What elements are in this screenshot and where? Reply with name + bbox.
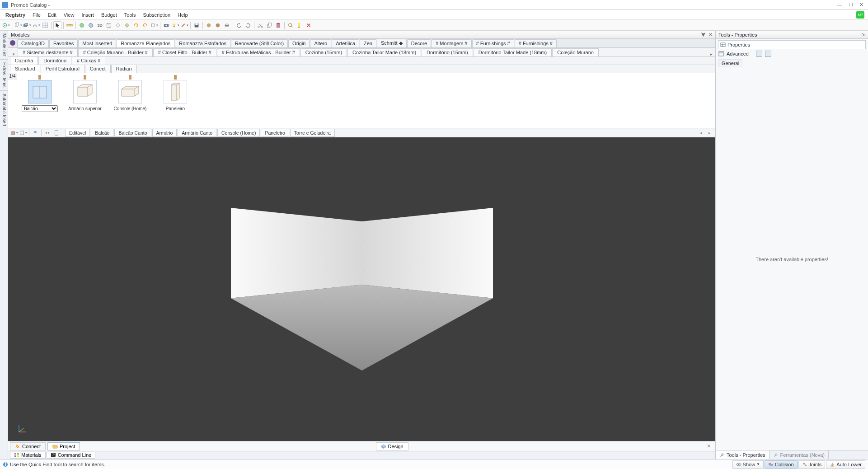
type-tool1-icon[interactable] bbox=[10, 129, 18, 137]
tool-sphere1-icon[interactable] bbox=[78, 21, 86, 29]
tab-paneleiro[interactable]: Paneleiro bbox=[261, 129, 289, 137]
tab-dormitorio[interactable]: Dormitório bbox=[38, 57, 71, 65]
tool-sphere2-icon[interactable] bbox=[87, 21, 95, 29]
tool-grid-icon[interactable] bbox=[41, 21, 49, 29]
collection-scroll-left-icon[interactable]: ▾ bbox=[10, 52, 18, 56]
tool-copy-icon[interactable] bbox=[14, 21, 22, 29]
tool-rotate-icon[interactable] bbox=[132, 21, 140, 29]
advanced-label[interactable]: Advanced bbox=[727, 51, 749, 56]
drag-handle-icon[interactable] bbox=[84, 75, 86, 80]
tool-view2-icon[interactable] bbox=[123, 21, 131, 29]
menu-tools[interactable]: Tools bbox=[121, 11, 140, 19]
tool-pointer-icon[interactable] bbox=[53, 21, 61, 29]
vtab-extras-items[interactable]: Extras Items bbox=[0, 60, 8, 91]
badge-m2[interactable]: M² bbox=[856, 11, 864, 19]
3d-viewport[interactable] bbox=[8, 137, 715, 441]
show-dropdown[interactable]: Show ▼ bbox=[732, 460, 764, 469]
tab-balcao[interactable]: Balcão bbox=[91, 129, 113, 137]
tool-render2-icon[interactable] bbox=[214, 21, 222, 29]
tool-render1-icon[interactable] bbox=[205, 21, 213, 29]
tool-wireframe-icon[interactable] bbox=[105, 21, 113, 29]
viewport-close-icon[interactable]: ✕ bbox=[704, 443, 713, 449]
menu-view[interactable]: View bbox=[60, 11, 78, 19]
type-scroll-left-icon[interactable]: ◂ bbox=[697, 131, 705, 135]
type-tool2-icon[interactable] bbox=[19, 129, 27, 137]
auto-lower-button[interactable]: Auto Lower bbox=[826, 460, 865, 469]
tab-connect[interactable]: Connect bbox=[10, 442, 46, 450]
tab-dormitorio-15[interactable]: Dormitório (15mm) bbox=[422, 48, 473, 56]
drag-handle-icon[interactable] bbox=[174, 75, 177, 80]
module-item-console[interactable]: Console (Home) bbox=[112, 75, 148, 126]
tab-murano-builder[interactable]: # Coleção Murano - Builder # bbox=[78, 48, 153, 56]
tab-command-line[interactable]: >_ Command Line bbox=[47, 452, 96, 459]
tab-armario[interactable]: Armário bbox=[152, 129, 177, 137]
collection-scroll-right-icon[interactable]: ▸ bbox=[708, 52, 715, 56]
tool-delete-icon[interactable] bbox=[305, 21, 313, 29]
tool-redo-icon[interactable] bbox=[244, 21, 252, 29]
drag-handle-icon[interactable] bbox=[129, 75, 131, 80]
tab-furnishings-1[interactable]: # Furnishings # bbox=[472, 39, 514, 47]
tool-search-icon[interactable] bbox=[286, 21, 295, 29]
module-item-paneleiro[interactable]: Paneleiro bbox=[157, 75, 193, 126]
tool-style-icon[interactable] bbox=[180, 21, 188, 29]
menu-subscription[interactable]: Subscription bbox=[139, 11, 174, 19]
tab-romanzza-estofados[interactable]: Romanzza Estofados bbox=[175, 39, 230, 47]
tab-renovarte[interactable]: Renovarte (Still Color) bbox=[231, 39, 288, 47]
tab-artetilica[interactable]: Artetílica bbox=[332, 39, 359, 47]
tab-torre-geladeira[interactable]: Torre e Geladeira bbox=[290, 129, 335, 137]
tool-box-icon[interactable] bbox=[150, 21, 158, 29]
tool-save-icon[interactable] bbox=[192, 21, 201, 29]
close-icon[interactable]: ✕ bbox=[859, 2, 863, 8]
tab-editavel[interactable]: Editável bbox=[65, 129, 90, 137]
tab-materials[interactable]: Materials bbox=[10, 452, 46, 459]
collision-button[interactable]: Collision bbox=[765, 460, 798, 469]
tab-origin[interactable]: Origin bbox=[288, 39, 310, 47]
tab-decore[interactable]: Decore bbox=[407, 39, 431, 47]
tab-most-inserted[interactable]: Most inserted bbox=[78, 39, 116, 47]
tool-copy2-icon[interactable] bbox=[265, 21, 273, 29]
tab-schmitt[interactable]: Schmitt ◆ bbox=[377, 39, 407, 47]
tool-undo-icon[interactable] bbox=[235, 21, 243, 29]
vtab-module-list[interactable]: Module List bbox=[0, 31, 8, 60]
tool-shape-icon[interactable] bbox=[32, 21, 40, 29]
type-tool5-icon[interactable] bbox=[52, 129, 61, 137]
tool-light-icon[interactable] bbox=[171, 21, 179, 29]
type-tool3-icon[interactable] bbox=[31, 129, 39, 137]
tab-altero[interactable]: Altero bbox=[310, 39, 331, 47]
menu-file[interactable]: File bbox=[29, 11, 44, 19]
tab-estruturas-metalicas[interactable]: # Estruturas Metálicas - Builder # bbox=[217, 48, 300, 56]
menu-edit[interactable]: Edit bbox=[44, 11, 60, 19]
tab-caixas[interactable]: # Caixas # bbox=[72, 57, 105, 65]
panel-pin-icon[interactable]: ⮟ bbox=[701, 32, 706, 38]
tab-montagem[interactable]: # Montagem # bbox=[432, 39, 471, 47]
tab-zen[interactable]: Zen bbox=[360, 39, 376, 47]
type-scroll-right-icon[interactable]: ▸ bbox=[706, 131, 713, 135]
type-tool4-icon[interactable] bbox=[43, 129, 52, 137]
tab-project[interactable]: Project bbox=[47, 442, 80, 450]
module-item-armario[interactable]: Armário superior bbox=[67, 75, 103, 126]
page-indicator[interactable]: 1/4 bbox=[8, 73, 17, 80]
properties-section-header[interactable]: Properties bbox=[718, 40, 866, 49]
tool-paste-icon[interactable] bbox=[274, 21, 282, 29]
tab-closet-fitto[interactable]: # Closet Fitto - Builder # bbox=[153, 48, 216, 56]
tool-layers-icon[interactable] bbox=[23, 21, 31, 29]
tab-colecao-murano[interactable]: Coleção Murano bbox=[552, 48, 599, 56]
tool-cut-icon[interactable] bbox=[256, 21, 264, 29]
tab-favorites[interactable]: Favorites bbox=[49, 39, 78, 47]
menu-registry[interactable]: Registry bbox=[2, 11, 29, 19]
tab-conect[interactable]: Conect bbox=[85, 65, 111, 73]
tool-view1-icon[interactable] bbox=[114, 21, 122, 29]
tool-ruler-icon[interactable] bbox=[66, 21, 74, 29]
view-mode-1-icon[interactable] bbox=[756, 51, 762, 57]
tab-balcao-canto[interactable]: Balcão Canto bbox=[114, 129, 151, 137]
tab-furnishings-2[interactable]: # Furnishings # bbox=[515, 39, 557, 47]
drag-handle-icon[interactable] bbox=[38, 75, 41, 80]
tab-design[interactable]: Design bbox=[376, 442, 408, 450]
tool-highlight-icon[interactable] bbox=[296, 21, 304, 29]
menu-budget[interactable]: Budget bbox=[98, 11, 121, 19]
module-select-balcao[interactable]: Balcão bbox=[22, 105, 58, 112]
menu-help[interactable]: Help bbox=[174, 11, 192, 19]
module-item-balcao[interactable]: Balcão bbox=[22, 75, 58, 126]
tool-print-icon[interactable] bbox=[223, 21, 231, 29]
tab-sistema-deslizante[interactable]: # Sistema deslizante # bbox=[18, 48, 78, 56]
